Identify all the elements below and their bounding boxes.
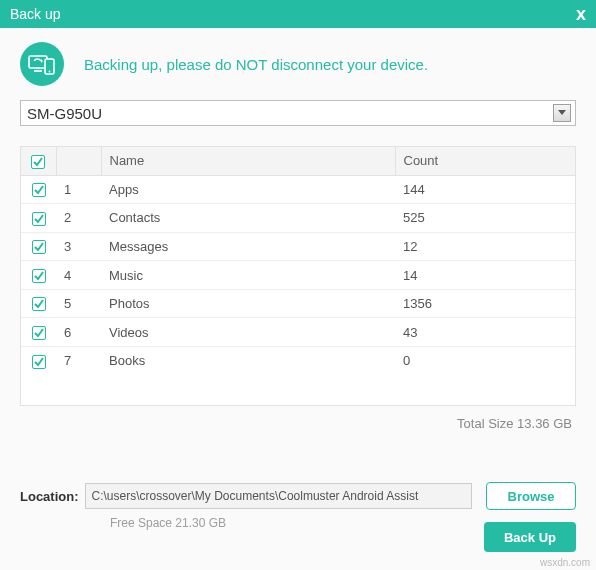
row-name: Books <box>101 346 395 374</box>
row-name: Photos <box>101 289 395 318</box>
titlebar: Back up x <box>0 0 596 28</box>
row-count: 14 <box>395 261 575 290</box>
table-row[interactable]: 4Music14 <box>21 261 575 290</box>
device-select[interactable]: SM-G950U <box>20 100 576 126</box>
svg-point-4 <box>49 71 51 73</box>
backup-window: Back up x Backing up, please do NOT disc… <box>0 0 596 570</box>
chevron-down-icon[interactable] <box>553 104 571 122</box>
row-count: 43 <box>395 318 575 347</box>
table-row[interactable]: 3Messages12 <box>21 232 575 261</box>
row-index: 1 <box>56 175 101 204</box>
row-index: 5 <box>56 289 101 318</box>
table-row[interactable]: 5Photos1356 <box>21 289 575 318</box>
row-count: 0 <box>395 346 575 374</box>
location-row: Location: C:\users\crossover\My Document… <box>20 482 576 510</box>
table-row[interactable]: 7Books0 <box>21 346 575 374</box>
free-space-label: Free Space 21.30 GB <box>110 516 226 530</box>
content-area: Backing up, please do NOT disconnect you… <box>0 28 596 431</box>
row-checkbox[interactable] <box>32 269 46 283</box>
browse-button[interactable]: Browse <box>486 482 576 510</box>
device-sync-icon <box>20 42 64 86</box>
svg-marker-5 <box>41 59 43 63</box>
row-checkbox[interactable] <box>32 183 46 197</box>
row-count: 525 <box>395 204 575 233</box>
row-checkbox[interactable] <box>32 297 46 311</box>
row-index: 6 <box>56 318 101 347</box>
row-name: Music <box>101 261 395 290</box>
location-path-input[interactable]: C:\users\crossover\My Documents\Coolmust… <box>85 483 473 509</box>
row-checkbox[interactable] <box>32 212 46 226</box>
status-banner: Backing up, please do NOT disconnect you… <box>20 42 576 86</box>
backup-items-table: Name Count 1Apps1442Contacts5253Messages… <box>20 146 576 406</box>
table-row[interactable]: 1Apps144 <box>21 175 575 204</box>
status-text: Backing up, please do NOT disconnect you… <box>84 56 428 73</box>
table-row[interactable]: 2Contacts525 <box>21 204 575 233</box>
row-name: Messages <box>101 232 395 261</box>
row-index: 3 <box>56 232 101 261</box>
row-name: Contacts <box>101 204 395 233</box>
header-count[interactable]: Count <box>395 147 575 175</box>
svg-marker-6 <box>558 110 566 115</box>
close-icon[interactable]: x <box>576 5 586 23</box>
row-count: 144 <box>395 175 575 204</box>
backup-button[interactable]: Back Up <box>484 522 576 552</box>
table-header-row: Name Count <box>21 147 575 175</box>
device-select-value: SM-G950U <box>27 105 102 122</box>
row-count: 1356 <box>395 289 575 318</box>
row-name: Apps <box>101 175 395 204</box>
table-row[interactable]: 6Videos43 <box>21 318 575 347</box>
total-size-label: Total Size 13.36 GB <box>20 416 572 431</box>
row-index: 2 <box>56 204 101 233</box>
row-checkbox[interactable] <box>32 240 46 254</box>
row-name: Videos <box>101 318 395 347</box>
location-label: Location: <box>20 489 79 504</box>
watermark: wsxdn.com <box>540 557 590 568</box>
row-index: 7 <box>56 346 101 374</box>
row-checkbox[interactable] <box>32 326 46 340</box>
row-checkbox[interactable] <box>32 355 46 369</box>
select-all-checkbox[interactable] <box>31 155 45 169</box>
header-name[interactable]: Name <box>101 147 395 175</box>
row-count: 12 <box>395 232 575 261</box>
window-title: Back up <box>10 6 61 22</box>
row-index: 4 <box>56 261 101 290</box>
